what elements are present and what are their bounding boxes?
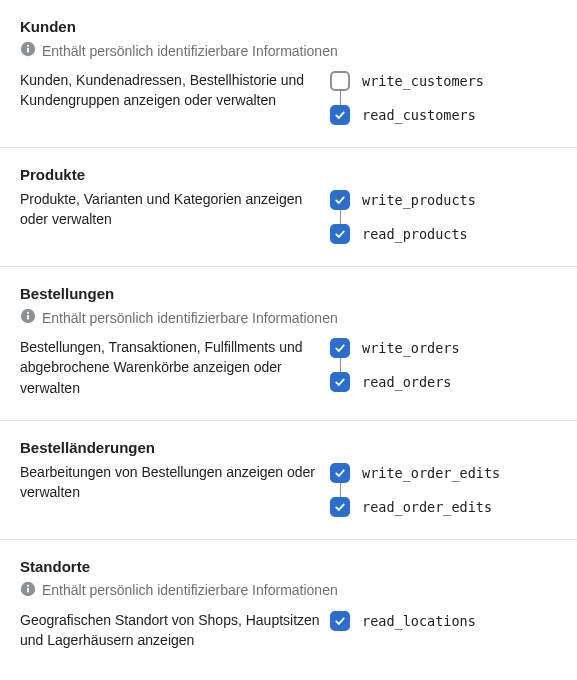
- section-description: Kunden, Kundenadressen, Bestellhistorie …: [20, 70, 330, 111]
- permission-list: write_productsread_products: [330, 189, 476, 244]
- permission-list: write_customersread_customers: [330, 70, 484, 125]
- svg-point-4: [27, 312, 29, 314]
- permission-label: read_customers: [362, 107, 476, 123]
- permission-label: write_order_edits: [362, 465, 500, 481]
- pii-notice: Enthält persönlich identifizierbare Info…: [20, 308, 557, 327]
- permission-item: write_products: [330, 190, 476, 210]
- permission-label: write_orders: [362, 340, 460, 356]
- permission-label: read_products: [362, 226, 468, 242]
- permission-label: read_orders: [362, 374, 451, 390]
- section-description: Produkte, Varianten und Kategorien anzei…: [20, 189, 330, 230]
- permission-connector: [330, 483, 350, 497]
- permission-section: BestelländerungenBearbeitungen von Beste…: [0, 421, 577, 540]
- pii-text: Enthält persönlich identifizierbare Info…: [42, 310, 338, 326]
- section-title: Kunden: [20, 18, 557, 35]
- section-title: Bestellungen: [20, 285, 557, 302]
- permission-item: read_products: [330, 224, 476, 244]
- permission-connector: [330, 210, 350, 224]
- permission-list: write_ordersread_orders: [330, 337, 460, 392]
- svg-rect-2: [27, 48, 29, 53]
- section-content: Bearbeitungen von Bestellungen anzeigen …: [20, 462, 557, 517]
- permission-checkbox[interactable]: [330, 105, 350, 125]
- section-content: Produkte, Varianten und Kategorien anzei…: [20, 189, 557, 244]
- section-description: Bearbeitungen von Bestellungen anzeigen …: [20, 462, 330, 503]
- pii-notice: Enthält persönlich identifizierbare Info…: [20, 41, 557, 60]
- info-icon: [20, 308, 36, 327]
- info-icon: [20, 41, 36, 60]
- permission-checkbox[interactable]: [330, 611, 350, 631]
- section-content: Geografischen Standort von Shops, Haupts…: [20, 610, 557, 651]
- section-title: Bestelländerungen: [20, 439, 557, 456]
- section-title: Produkte: [20, 166, 557, 183]
- permission-section: ProdukteProdukte, Varianten und Kategori…: [0, 148, 577, 267]
- section-content: Bestellungen, Transaktionen, Fulfillment…: [20, 337, 557, 398]
- svg-rect-5: [27, 315, 29, 320]
- permission-checkbox[interactable]: [330, 71, 350, 91]
- permission-item: read_orders: [330, 372, 460, 392]
- permission-checkbox[interactable]: [330, 338, 350, 358]
- permission-item: read_locations: [330, 611, 476, 631]
- permission-section: BestellungenEnthält persönlich identifiz…: [0, 267, 577, 421]
- permission-label: read_order_edits: [362, 499, 492, 515]
- info-icon: [20, 581, 36, 600]
- permission-connector: [330, 358, 350, 372]
- permission-item: write_customers: [330, 71, 484, 91]
- svg-rect-8: [27, 588, 29, 593]
- permission-checkbox[interactable]: [330, 224, 350, 244]
- permission-section: KundenEnthält persönlich identifizierbar…: [0, 0, 577, 148]
- permission-item: read_order_edits: [330, 497, 500, 517]
- permissions-list: KundenEnthält persönlich identifizierbar…: [0, 0, 577, 672]
- permission-label: write_customers: [362, 73, 484, 89]
- permission-item: write_orders: [330, 338, 460, 358]
- permission-checkbox[interactable]: [330, 372, 350, 392]
- section-description: Geografischen Standort von Shops, Haupts…: [20, 610, 330, 651]
- permission-list: write_order_editsread_order_edits: [330, 462, 500, 517]
- permission-item: write_order_edits: [330, 463, 500, 483]
- permission-list: read_locations: [330, 610, 476, 631]
- svg-point-7: [27, 585, 29, 587]
- permission-connector: [330, 91, 350, 105]
- permission-item: read_customers: [330, 105, 484, 125]
- section-description: Bestellungen, Transaktionen, Fulfillment…: [20, 337, 330, 398]
- pii-notice: Enthält persönlich identifizierbare Info…: [20, 581, 557, 600]
- section-content: Kunden, Kundenadressen, Bestellhistorie …: [20, 70, 557, 125]
- pii-text: Enthält persönlich identifizierbare Info…: [42, 582, 338, 598]
- section-title: Standorte: [20, 558, 557, 575]
- permission-label: read_locations: [362, 613, 476, 629]
- permission-checkbox[interactable]: [330, 190, 350, 210]
- permission-section: StandorteEnthält persönlich identifizier…: [0, 540, 577, 673]
- svg-point-1: [27, 45, 29, 47]
- permission-checkbox[interactable]: [330, 497, 350, 517]
- permission-checkbox[interactable]: [330, 463, 350, 483]
- permission-label: write_products: [362, 192, 476, 208]
- pii-text: Enthält persönlich identifizierbare Info…: [42, 43, 338, 59]
